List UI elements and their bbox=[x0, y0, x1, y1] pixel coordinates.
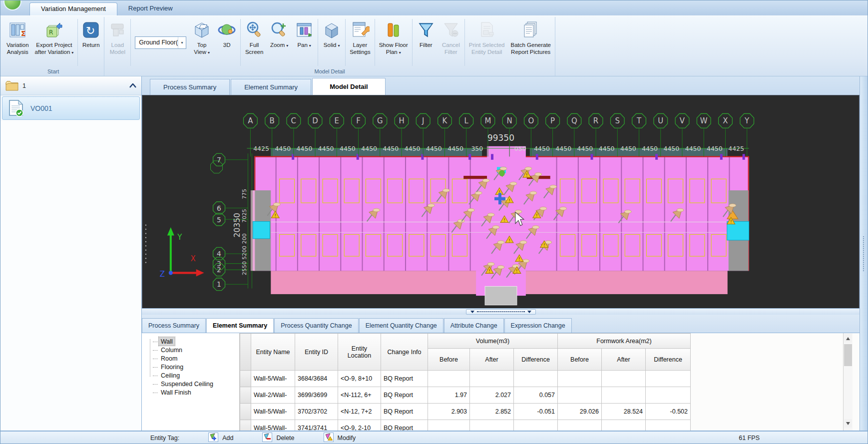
sub-header-before[interactable]: Before bbox=[428, 349, 470, 371]
table-cell: BQ Report bbox=[381, 420, 428, 431]
tree-item-wall-finish[interactable]: Wall Finish bbox=[159, 388, 193, 397]
table-cell: Wall-5/Wall- bbox=[251, 420, 295, 431]
ribbon-separator bbox=[345, 19, 346, 66]
top-view-button[interactable]: TopView▾ bbox=[189, 17, 214, 68]
batch-generate-report-pictures-button[interactable]: Batch GenerateReport Pictures bbox=[507, 17, 554, 68]
svg-text:X: X bbox=[723, 116, 728, 125]
svg-text:4425: 4425 bbox=[728, 145, 744, 152]
column-header-change-info[interactable]: Change Info bbox=[381, 334, 428, 371]
splitter-grip[interactable] bbox=[466, 309, 536, 315]
table-row[interactable]: Wall-5/Wall-3702/3702<N-12, 7+2BQ Report… bbox=[240, 404, 691, 420]
view-tab-element-summary[interactable]: Element Summary bbox=[231, 79, 311, 95]
svg-text:X: X bbox=[191, 254, 196, 263]
export-project-after-variation-button[interactable]: RExport Projectafter Variation▾ bbox=[32, 17, 77, 68]
entity-tag-modify[interactable]: Modify bbox=[324, 433, 356, 444]
button-label: Filter bbox=[420, 41, 433, 48]
column-header-entity-location[interactable]: Entity Location bbox=[338, 334, 381, 371]
svg-text:4450: 4450 bbox=[340, 145, 356, 152]
model-viewport[interactable]: ABCDEFGHJKLMNOPQRSTUVWXY4425445044504450… bbox=[142, 95, 860, 308]
svg-text:!: ! bbox=[516, 268, 518, 274]
right-splitter-strip[interactable] bbox=[860, 76, 868, 431]
ribbon-group-model-detail: LoadModelGround Floor(▾TopView▾3DFullScr… bbox=[104, 17, 555, 76]
entity-tag-add[interactable]: Add bbox=[208, 433, 233, 444]
sub-header-after[interactable]: After bbox=[470, 349, 514, 371]
variation-item-vo001[interactable]: VO001 bbox=[2, 96, 140, 120]
table-vertical-scrollbar[interactable] bbox=[843, 333, 853, 431]
folder-group-header[interactable]: 1 bbox=[0, 76, 141, 95]
svg-text:4425: 4425 bbox=[253, 145, 269, 152]
combo-dropdown-icon[interactable]: ▾ bbox=[178, 37, 186, 48]
load-model-icon bbox=[108, 18, 126, 41]
row-selector[interactable] bbox=[240, 404, 251, 420]
scroll-up-icon[interactable] bbox=[844, 334, 852, 343]
table-cell: 29.026 bbox=[558, 404, 602, 420]
button-label: FullScreen bbox=[245, 41, 263, 55]
summary-tab-process-quantity-change[interactable]: Process Quantity Change bbox=[274, 318, 358, 333]
button-label: LayerSettings bbox=[350, 41, 371, 55]
scrollbar-thumb[interactable] bbox=[844, 344, 852, 366]
scroll-down-icon[interactable] bbox=[844, 419, 852, 428]
doc-tab-variation-management[interactable]: Variation Management bbox=[29, 2, 117, 15]
column-header-entity-name[interactable]: Entity Name bbox=[251, 334, 295, 371]
svg-text:4450: 4450 bbox=[361, 145, 377, 152]
zoom-button[interactable]: Zoom▾ bbox=[267, 17, 292, 68]
svg-text:2: 2 bbox=[217, 266, 221, 274]
sub-header-difference[interactable]: Difference bbox=[514, 349, 558, 371]
svg-text:V: V bbox=[680, 116, 685, 125]
ribbon-separator bbox=[412, 19, 413, 66]
solid-button[interactable]: Solid▾ bbox=[319, 17, 344, 68]
view-tab-process-summary[interactable]: Process Summary bbox=[150, 79, 230, 95]
summary-tab-element-quantity-change[interactable]: Element Quantity Change bbox=[359, 318, 443, 333]
sub-header-before[interactable]: Before bbox=[558, 349, 602, 371]
pan-button[interactable]: Pan▾ bbox=[292, 17, 317, 68]
pan-icon bbox=[295, 18, 314, 41]
return-button[interactable]: ↻Return bbox=[79, 17, 103, 68]
horizontal-splitter[interactable] bbox=[142, 308, 860, 315]
table-row[interactable]: Wall-5/Wall-3741/3741<O-9, 2-10BQ Report bbox=[240, 420, 691, 431]
folder-group-label: 1 bbox=[22, 82, 129, 89]
column-header-entity-id[interactable]: Entity ID bbox=[295, 334, 338, 371]
tree-item-suspended-ceiling[interactable]: Suspended Ceiling bbox=[159, 380, 215, 388]
tree-item-wall[interactable]: Wall bbox=[159, 337, 175, 346]
summary-tab-element-summary[interactable]: Element Summary bbox=[206, 318, 274, 333]
tree-item-ceiling[interactable]: Ceiling bbox=[159, 371, 182, 380]
table-row[interactable]: Wall-2/Wall-3699/3699<N-112, 6+BQ Report… bbox=[240, 387, 691, 404]
svg-text:↻: ↻ bbox=[86, 24, 95, 37]
tree-item-flooring[interactable]: Flooring bbox=[159, 363, 185, 371]
row-selector[interactable] bbox=[240, 371, 251, 387]
view-3d-button[interactable]: 3D bbox=[214, 17, 239, 68]
entity-tag-delete[interactable]: Delete bbox=[262, 433, 294, 444]
summary-tab-expression-change[interactable]: Expression Change bbox=[504, 318, 572, 333]
sub-header-difference[interactable]: Difference bbox=[646, 349, 691, 371]
summary-tab-process-summary[interactable]: Process Summary bbox=[142, 318, 206, 333]
table-cell bbox=[470, 371, 514, 387]
svg-text:M: M bbox=[484, 116, 491, 125]
svg-text:O: O bbox=[528, 116, 534, 125]
table-cell: Wall-5/Wall- bbox=[251, 404, 295, 420]
collapse-chevron-icon[interactable] bbox=[129, 83, 136, 88]
full-screen-button[interactable]: FullScreen bbox=[242, 17, 267, 68]
variation-analysis-button[interactable]: ΣVariationAnalysis bbox=[3, 17, 32, 68]
show-floor-plan-button[interactable]: Show FloorPlan▾ bbox=[376, 17, 411, 68]
top-view-icon bbox=[192, 18, 211, 41]
app-menu-orb-icon[interactable] bbox=[3, 0, 21, 10]
summary-tabs: Process SummaryElement SummaryProcess Qu… bbox=[142, 315, 860, 333]
floor-combo[interactable]: Ground Floor(▾ bbox=[135, 36, 186, 49]
layer-settings-button[interactable]: LayerSettings bbox=[347, 17, 374, 68]
svg-text:4450: 4450 bbox=[275, 145, 291, 152]
sub-header-after[interactable]: After bbox=[602, 349, 646, 371]
filter-button[interactable]: Filter bbox=[414, 17, 438, 68]
table-cell: Wall-5/Wall- bbox=[251, 371, 295, 387]
tree-item-room[interactable]: Room bbox=[159, 354, 179, 363]
row-selector[interactable] bbox=[240, 387, 251, 404]
tree-item-column[interactable]: Column bbox=[159, 346, 184, 354]
doc-tab-report-preview[interactable]: Report Preview bbox=[117, 2, 184, 15]
button-label: TopView▾ bbox=[194, 41, 210, 56]
full-screen-icon bbox=[245, 18, 264, 41]
svg-text:4450: 4450 bbox=[707, 145, 723, 152]
table-row[interactable]: Wall-5/Wall-3684/3684<O-9, 8+10BQ Report bbox=[240, 371, 691, 387]
right-splitter-grip bbox=[863, 236, 865, 271]
row-selector[interactable] bbox=[240, 420, 251, 431]
summary-tab-attribute-change[interactable]: Attribute Change bbox=[444, 318, 504, 333]
view-tab-model-detail[interactable]: Model Detail bbox=[312, 78, 386, 95]
